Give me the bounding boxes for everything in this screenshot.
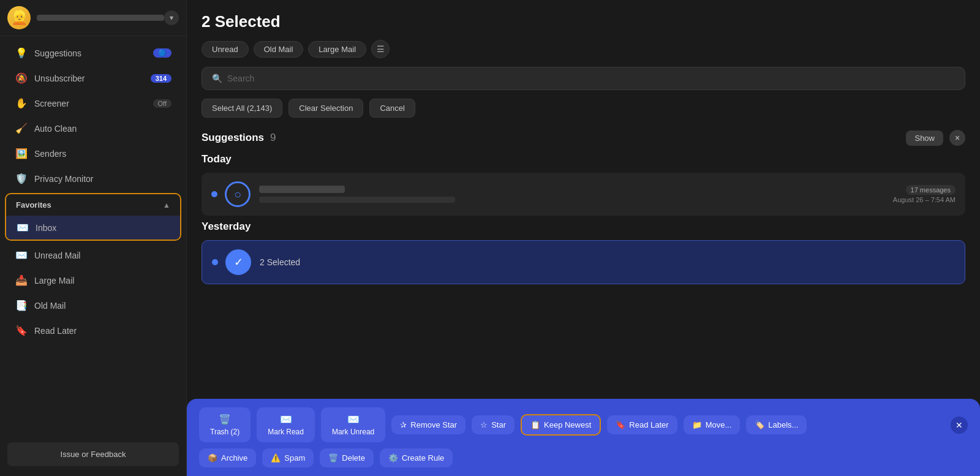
email-time: August 26 – 7:54 AM <box>893 196 956 203</box>
sidebar-item-unread-mail[interactable]: ✉️ Unread Mail <box>5 243 181 267</box>
unsubscriber-badge: 314 <box>151 74 172 83</box>
search-input[interactable] <box>227 74 955 83</box>
delete-icon: 🗑️ <box>328 453 338 463</box>
filter-tab-unread[interactable]: Unread <box>202 41 249 58</box>
delete-button[interactable]: 🗑️ Delete <box>320 448 374 467</box>
suggestions-section-label: Suggestions <box>202 132 264 144</box>
clear-selection-button[interactable]: Clear Selection <box>288 99 363 118</box>
delete-label: Delete <box>342 453 365 463</box>
sidebar-item-label: Large Mail <box>34 276 74 285</box>
mark-unread-button[interactable]: ✉️ Mark Unread <box>321 407 385 442</box>
filter-tabs: Unread Old Mail Large Mail ☰ <box>202 40 965 58</box>
archive-label: Archive <box>221 453 247 463</box>
yesterday-section-header: Yesterday <box>202 221 965 233</box>
suggestions-show-button[interactable]: Show <box>906 130 943 146</box>
create-rule-button[interactable]: ⚙️ Create Rule <box>380 448 453 467</box>
account-name-bar <box>37 15 164 21</box>
sidebar-item-screener[interactable]: ✋ Screener Off <box>5 91 181 115</box>
filter-options-icon[interactable]: ☰ <box>371 40 390 58</box>
mark-unread-label: Mark Unread <box>332 428 374 436</box>
select-all-button[interactable]: Select All (2,143) <box>202 99 282 118</box>
email-content-yesterday: 2 Selected <box>260 257 955 268</box>
search-bar: 🔍 <box>202 67 965 90</box>
suggestions-close-button[interactable]: × <box>949 130 965 146</box>
today-email-row[interactable]: ○ 17 messages August 26 – 7:54 AM <box>202 173 965 216</box>
sidebar-item-privacy-monitor[interactable]: 🛡️ Privacy Monitor <box>5 167 181 191</box>
mark-read-button[interactable]: ✉️ Mark Read <box>257 407 315 442</box>
create-rule-label: Create Rule <box>402 453 444 463</box>
issue-feedback-button[interactable]: Issue or Feedback <box>7 442 179 466</box>
screener-badge: Off <box>153 99 172 108</box>
senders-icon: 🖼️ <box>15 148 28 159</box>
star-button[interactable]: ☆ Star <box>472 415 514 434</box>
sidebar-item-large-mail[interactable]: 📥 Large Mail <box>5 268 181 292</box>
keep-newest-label: Keep Newest <box>544 420 591 429</box>
filter-tab-large-mail[interactable]: Large Mail <box>308 41 366 58</box>
sidebar-item-label: Read Later <box>34 326 77 336</box>
inbox-icon: ✉️ <box>16 222 29 233</box>
sidebar-item-read-later[interactable]: 🔖 Read Later <box>5 319 181 342</box>
sidebar-item-old-mail[interactable]: 📑 Old Mail <box>5 293 181 317</box>
keep-newest-button[interactable]: 📋 Keep Newest <box>521 414 601 436</box>
sidebar-item-inbox[interactable]: ✉️ Inbox <box>6 216 180 240</box>
sidebar-item-label: Auto Clean <box>34 124 77 134</box>
email-subject-bar <box>259 197 455 203</box>
spam-label: Spam <box>284 453 305 463</box>
unsubscriber-icon: 🔕 <box>15 72 28 84</box>
remove-star-icon: ✰ <box>400 420 407 429</box>
sidebar-item-suggestions[interactable]: 💡 Suggestions 🔵 <box>5 41 181 65</box>
labels-button[interactable]: 🏷️ Labels... <box>746 415 807 434</box>
create-rule-icon: ⚙️ <box>388 453 398 463</box>
sidebar-item-label: Senders <box>34 149 66 159</box>
sidebar: 👱 ▾ 💡 Suggestions 🔵 🔕 Unsubscriber 314 ✋… <box>0 0 187 476</box>
privacy-monitor-icon: 🛡️ <box>15 173 28 184</box>
read-later-icon: 🔖 <box>15 325 28 336</box>
filter-tab-old-mail[interactable]: Old Mail <box>254 41 304 58</box>
suggestions-section-header: Suggestions 9 Show × <box>202 130 965 146</box>
sidebar-item-label: Old Mail <box>34 301 66 311</box>
sidebar-item-label: Inbox <box>36 223 56 233</box>
page-title: 2 Selected <box>202 12 965 31</box>
archive-button[interactable]: 📦 Archive <box>199 448 256 467</box>
unread-dot-yesterday <box>212 259 218 265</box>
email-message-count: 17 messages <box>906 185 956 195</box>
today-label: Today <box>202 153 232 165</box>
favorites-header[interactable]: Favorites ▲ <box>6 194 180 216</box>
remove-star-button[interactable]: ✰ Remove Star <box>391 415 466 434</box>
keep-newest-icon: 📋 <box>530 420 540 429</box>
read-later-icon: 🔖 <box>616 420 625 429</box>
sidebar-item-senders[interactable]: 🖼️ Senders <box>5 142 181 165</box>
suggestions-badge: 🔵 <box>153 48 172 58</box>
unread-mail-icon: ✉️ <box>15 249 28 261</box>
labels-label: Labels... <box>768 420 798 429</box>
email-avatar-today: ○ <box>225 181 251 207</box>
favorites-label: Favorites <box>16 200 51 210</box>
read-later-button[interactable]: 🔖 Read Later <box>607 415 677 434</box>
move-label: Move... <box>706 420 732 429</box>
mark-unread-icon: ✉️ <box>347 414 360 425</box>
labels-icon: 🏷️ <box>755 420 764 429</box>
unread-dot <box>211 191 217 197</box>
today-section-header: Today <box>202 153 965 165</box>
toolbar-row-2: 📦 Archive ⚠️ Spam 🗑️ Delete ⚙️ Create Ru… <box>199 448 968 467</box>
sidebar-item-unsubscriber[interactable]: 🔕 Unsubscriber 314 <box>5 66 181 90</box>
move-button[interactable]: 📁 Move... <box>684 415 741 434</box>
avatar[interactable]: 👱 <box>7 6 31 29</box>
yesterday-email-row[interactable]: ✓ 2 Selected <box>202 240 965 284</box>
account-chevron-icon[interactable]: ▾ <box>164 10 179 25</box>
mark-read-label: Mark Read <box>268 428 304 436</box>
sidebar-item-auto-clean[interactable]: 🧹 Auto Clean <box>5 116 181 140</box>
toolbar-close-button[interactable]: ✕ <box>951 417 968 434</box>
remove-star-label: Remove Star <box>410 420 457 429</box>
large-mail-icon: 📥 <box>15 274 28 286</box>
sidebar-item-label: Suggestions <box>34 48 81 58</box>
action-bar: Select All (2,143) Clear Selection Cance… <box>202 99 965 118</box>
trash-button[interactable]: 🗑️ Trash (2) <box>199 407 251 442</box>
yesterday-label: Yesterday <box>202 221 251 233</box>
sidebar-item-label: Privacy Monitor <box>34 174 93 184</box>
main-content: 2 Selected Unread Old Mail Large Mail ☰ … <box>187 0 980 476</box>
cancel-button[interactable]: Cancel <box>369 99 415 118</box>
mark-read-icon: ✉️ <box>280 414 292 425</box>
spam-button[interactable]: ⚠️ Spam <box>262 448 314 467</box>
screener-icon: ✋ <box>15 97 28 109</box>
